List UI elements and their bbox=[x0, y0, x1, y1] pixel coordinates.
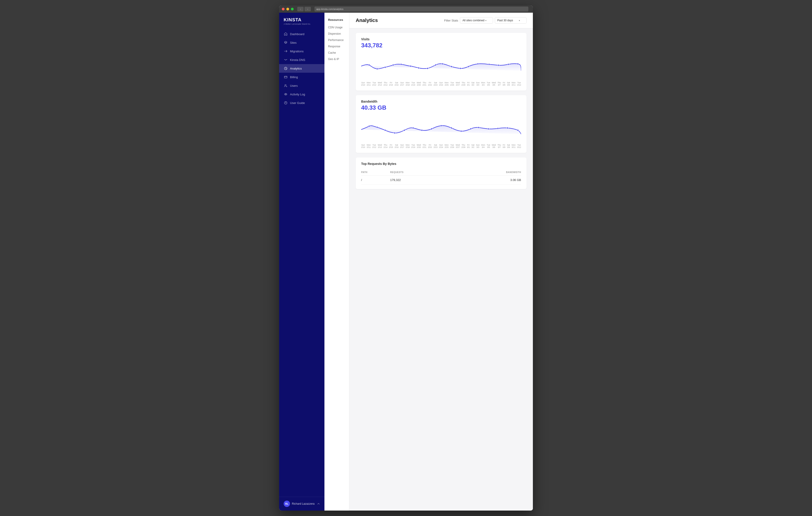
header-controls: Filter Stats All sites combined ▾ Past 3… bbox=[444, 17, 526, 24]
back-button[interactable]: ‹ bbox=[297, 7, 303, 11]
sidebar-item-billing[interactable]: Billing bbox=[279, 73, 324, 81]
svg-point-33 bbox=[451, 127, 452, 129]
browser-window: ‹ › app.kinsta.com/analytics KINSTA A Be… bbox=[279, 5, 533, 511]
visits-chart-title: Visits bbox=[361, 37, 521, 41]
svg-point-20 bbox=[489, 63, 490, 65]
sub-nav-item-dispersion[interactable]: Dispersion bbox=[324, 31, 349, 37]
close-button[interactable] bbox=[282, 8, 285, 10]
svg-point-16 bbox=[451, 66, 452, 67]
col-requests: REQUESTS bbox=[390, 169, 452, 176]
sidebar-item-label: Users bbox=[290, 84, 298, 87]
svg-point-17 bbox=[460, 67, 461, 69]
svg-point-15 bbox=[442, 63, 443, 65]
url-text: app.kinsta.com/analytics bbox=[316, 8, 344, 10]
minimize-button[interactable] bbox=[286, 8, 289, 10]
col-path: PATH bbox=[361, 169, 390, 176]
chevron-down-icon: ▾ bbox=[485, 19, 487, 22]
sub-nav-item-geo[interactable]: Geo & IP bbox=[324, 56, 349, 62]
sub-nav-item-response[interactable]: Response bbox=[324, 43, 349, 50]
svg-point-39 bbox=[507, 127, 508, 129]
avatar: RL bbox=[284, 500, 290, 507]
svg-point-35 bbox=[470, 128, 471, 130]
svg-point-31 bbox=[431, 128, 432, 130]
user-plus-icon bbox=[284, 84, 288, 88]
svg-point-18 bbox=[468, 66, 469, 67]
sidebar-item-label: User Guide bbox=[290, 101, 305, 105]
logo-subtitle: A Better Lemonade Stand Inc. bbox=[284, 23, 320, 25]
nav-buttons: ‹ › bbox=[297, 7, 311, 11]
row-requests: 179,322 bbox=[390, 176, 452, 185]
logo-area: KINSTA A Better Lemonade Stand Inc. bbox=[279, 13, 324, 27]
bandwidth-chart-labels: Sun2/10 Mon2/11 Tue2/12 Wed2/13 Thu2/14 … bbox=[361, 144, 521, 148]
visits-chart-card: Visits 343,782 bbox=[356, 33, 526, 91]
sub-nav-item-cdn[interactable]: CDN Usage bbox=[324, 24, 349, 31]
sidebar-item-label: Activity Log bbox=[290, 93, 305, 96]
visits-chart-value: 343,782 bbox=[361, 42, 521, 49]
site-filter-dropdown[interactable]: All sites combined ▾ bbox=[460, 17, 493, 24]
app-container: KINSTA A Better Lemonade Stand Inc. Dash… bbox=[279, 13, 533, 511]
sidebar-item-activity-log[interactable]: Activity Log bbox=[279, 90, 324, 98]
svg-point-21 bbox=[498, 64, 499, 66]
sidebar-item-label: Sites bbox=[290, 41, 296, 44]
sidebar-item-migrations[interactable]: Migrations bbox=[279, 47, 324, 56]
home-icon bbox=[284, 32, 288, 36]
col-bandwidth: BANDWIDTH bbox=[452, 169, 521, 176]
time-filter-value: Past 30 days bbox=[497, 19, 513, 22]
sub-nav-item-performance[interactable]: Performance bbox=[324, 37, 349, 43]
table-card: Top Requests By Bytes PATH REQUESTS BAND… bbox=[356, 157, 526, 189]
layers-icon bbox=[284, 40, 288, 44]
page-title: Analytics bbox=[356, 18, 444, 23]
dns-icon bbox=[284, 58, 288, 62]
svg-rect-1 bbox=[284, 76, 287, 78]
sidebar-item-label: Dashboard bbox=[290, 32, 304, 36]
svg-point-37 bbox=[488, 128, 489, 130]
sidebar: KINSTA A Better Lemonade Stand Inc. Dash… bbox=[279, 13, 324, 511]
visits-chart-svg bbox=[361, 53, 521, 80]
svg-point-5 bbox=[286, 103, 286, 104]
svg-point-24 bbox=[368, 125, 370, 127]
svg-point-10 bbox=[401, 63, 402, 65]
svg-point-14 bbox=[435, 64, 436, 66]
sidebar-item-user-guide[interactable]: User Guide bbox=[279, 98, 324, 107]
charts-area: Visits 343,782 bbox=[349, 28, 533, 194]
sidebar-item-label: Migrations bbox=[290, 50, 303, 53]
content-header: Analytics Filter Stats All sites combine… bbox=[349, 13, 533, 28]
requests-table: PATH REQUESTS BANDWIDTH / 179,322 3.06 G… bbox=[361, 169, 521, 185]
time-filter-dropdown[interactable]: Past 30 days ▾ bbox=[495, 17, 526, 24]
chart-icon bbox=[284, 66, 288, 70]
maximize-button[interactable] bbox=[291, 8, 294, 10]
table-title: Top Requests By Bytes bbox=[361, 162, 521, 165]
sidebar-item-label: Kinsta DNS bbox=[290, 58, 305, 62]
sub-nav-item-cache[interactable]: Cache bbox=[324, 50, 349, 56]
url-bar[interactable]: app.kinsta.com/analytics bbox=[315, 6, 528, 11]
row-bandwidth: 3.06 GB bbox=[452, 176, 521, 185]
svg-point-8 bbox=[384, 66, 386, 68]
titlebar: ‹ › app.kinsta.com/analytics bbox=[279, 5, 533, 13]
billing-icon bbox=[284, 75, 288, 79]
sidebar-item-dashboard[interactable]: Dashboard bbox=[279, 30, 324, 38]
svg-point-27 bbox=[394, 132, 395, 134]
help-circle-icon bbox=[284, 101, 288, 105]
content-area: Analytics Filter Stats All sites combine… bbox=[349, 13, 533, 511]
svg-point-32 bbox=[440, 125, 442, 127]
svg-point-30 bbox=[421, 129, 423, 131]
svg-point-40 bbox=[517, 129, 519, 131]
sidebar-item-kinsta-dns[interactable]: Kinsta DNS bbox=[279, 56, 324, 64]
logo-text: KINSTA bbox=[284, 17, 320, 23]
bandwidth-chart-value: 40.33 GB bbox=[361, 104, 521, 111]
main-area: Resources CDN Usage Dispersion Performan… bbox=[324, 13, 533, 511]
sidebar-item-users[interactable]: Users bbox=[279, 81, 324, 90]
bandwidth-chart-svg bbox=[361, 115, 521, 142]
forward-button[interactable]: › bbox=[304, 7, 311, 11]
sidebar-item-sites[interactable]: Sites bbox=[279, 38, 324, 47]
chevron-down-icon: ▾ bbox=[519, 19, 520, 22]
svg-point-2 bbox=[285, 85, 286, 86]
svg-point-9 bbox=[393, 64, 394, 66]
visits-chart-labels: Sun2/10 Mon2/11 Tue2/12 Wed2/13 Thu2/14 … bbox=[361, 82, 521, 86]
bandwidth-chart-card: Bandwidth 40.33 GB bbox=[356, 95, 526, 153]
sidebar-item-analytics[interactable]: Analytics bbox=[279, 64, 324, 73]
arrow-right-icon bbox=[284, 49, 288, 53]
table-row: / 179,322 3.06 GB bbox=[361, 176, 521, 185]
chevron-up-icon bbox=[317, 503, 320, 505]
sidebar-item-label: Billing bbox=[290, 75, 298, 79]
